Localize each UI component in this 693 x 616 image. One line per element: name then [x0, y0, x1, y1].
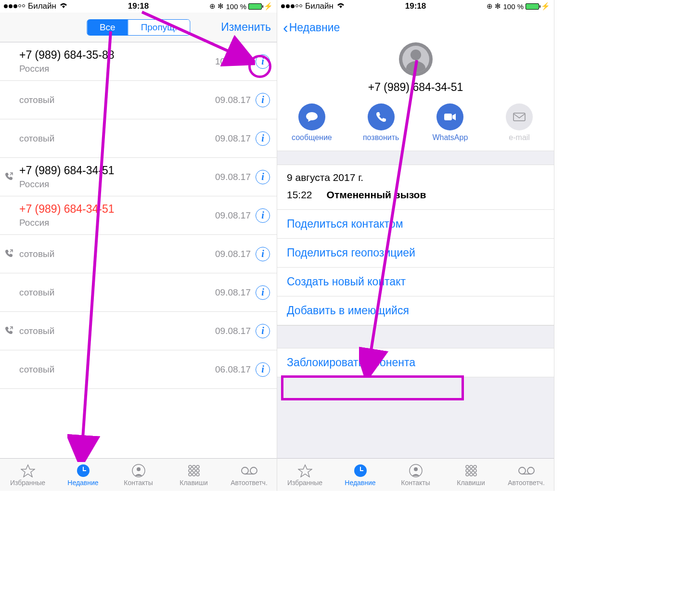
tab-label: Контакты [401, 479, 430, 487]
recents-list[interactable]: +7 (989) 684-35-88Россия10.08.17iсотовый… [0, 42, 277, 458]
call-date: 09.08.17 [215, 287, 251, 298]
tab-label: Избранные [10, 479, 45, 487]
status-bar: Билайн 19:18 ⊕ ✻ 100 % ⚡ [0, 0, 277, 13]
call-date: 09.08.17 [215, 326, 251, 336]
person-icon [132, 463, 145, 478]
share-contact-button[interactable]: Поделиться контактом [277, 210, 554, 239]
call-log-type: Отмененный вызов [327, 189, 426, 201]
call-number: +7 (989) 684-34-51 [19, 164, 215, 177]
tab-keypad[interactable]: Клавиши [166, 459, 221, 491]
call-number: +7 (989) 684-34-51 [19, 203, 215, 216]
back-label: Недавние [289, 21, 340, 34]
svg-point-24 [474, 465, 476, 468]
star-icon [298, 463, 312, 478]
call-date: 09.08.17 [215, 210, 251, 221]
recent-call-row[interactable]: +7 (989) 684-34-51Россия09.08.17i [0, 158, 277, 196]
tab-contacts[interactable]: Контакты [111, 459, 166, 491]
call-date: 09.08.17 [215, 133, 251, 144]
info-button[interactable]: i [256, 362, 270, 377]
action-label: позвонить [363, 133, 399, 142]
recent-call-row[interactable]: +7 (989) 684-34-51Россия09.08.17i [0, 196, 277, 235]
svg-point-8 [196, 469, 199, 472]
keypad-icon [464, 463, 478, 478]
back-button[interactable]: ‹ Недавние [283, 20, 340, 35]
tab-label: Клавиши [180, 479, 207, 487]
call-subtitle: Россия [19, 218, 215, 228]
svg-rect-18 [513, 113, 525, 121]
segment-missed[interactable]: Пропущ. [128, 20, 190, 35]
recent-call-row[interactable]: сотовый09.08.17i [0, 235, 277, 273]
outgoing-call-icon [5, 172, 13, 182]
action-label: сообщение [292, 133, 332, 142]
svg-point-29 [470, 473, 473, 476]
tab-voicemail[interactable]: Автоответч. [221, 459, 277, 491]
call-subtitle: сотовый [19, 364, 215, 375]
svg-point-10 [192, 473, 195, 476]
svg-point-5 [196, 465, 199, 468]
contact-phone-number: +7 (989) 684-34-51 [277, 81, 554, 94]
recent-call-row[interactable]: сотовый06.08.17i [0, 350, 277, 389]
battery-icon [248, 3, 262, 10]
call-date: 09.08.17 [215, 172, 251, 182]
segment-all[interactable]: Все [87, 20, 128, 35]
tab-label: Клавиши [457, 479, 485, 487]
tab-recents[interactable]: Недавние [55, 459, 111, 491]
info-button[interactable]: i [256, 93, 270, 107]
tab-voicemail[interactable]: Автоответч. [499, 459, 554, 491]
status-bar: Билайн 19:18 ⊕ ✻ 100 % ⚡ [277, 0, 554, 13]
add-existing-button[interactable]: Добавить в имеющийся [277, 296, 554, 325]
clock-icon [354, 463, 367, 478]
video-icon [436, 103, 463, 130]
recent-call-row[interactable]: сотовый09.08.17i [0, 312, 277, 350]
action-whatsapp[interactable]: WhatsApp [422, 103, 479, 142]
battery-percent: 100 % [503, 2, 524, 11]
wifi-icon [59, 1, 68, 11]
wifi-icon [336, 1, 345, 11]
svg-point-2 [137, 467, 141, 471]
recent-call-row[interactable]: сотовый09.08.17i [0, 119, 277, 158]
action-email: e-mail [490, 103, 548, 142]
info-button[interactable]: i [256, 208, 270, 223]
svg-point-9 [189, 473, 192, 476]
message-icon [298, 103, 325, 130]
action-call[interactable]: позвонить [352, 103, 410, 142]
tab-label: Недавние [67, 479, 98, 487]
tab-keypad[interactable]: Клавиши [443, 459, 499, 491]
tab-contacts[interactable]: Контакты [388, 459, 443, 491]
call-log-time: 15:22 [287, 189, 312, 201]
info-button[interactable]: i [256, 285, 270, 300]
status-time: 19:18 [128, 1, 149, 11]
recent-call-row[interactable]: сотовый09.08.17i [0, 273, 277, 312]
svg-point-23 [470, 465, 473, 468]
call-subtitle: Россия [19, 179, 215, 190]
svg-point-27 [474, 469, 476, 472]
info-button[interactable]: i [256, 324, 270, 338]
recent-call-row[interactable]: сотовый09.08.17i [0, 81, 277, 119]
action-message[interactable]: сообщение [283, 103, 341, 142]
svg-point-11 [196, 473, 199, 476]
info-button[interactable]: i [256, 131, 270, 146]
tab-recents[interactable]: Недавние [333, 459, 388, 491]
edit-button[interactable]: Изменить [221, 21, 271, 34]
star-icon [21, 463, 35, 478]
call-subtitle: Россия [19, 64, 215, 74]
carrier-label: Билайн [28, 1, 56, 11]
block-caller-button[interactable]: Заблокировать абонента [277, 348, 554, 377]
share-location-button[interactable]: Поделиться геопозицией [277, 239, 554, 268]
tab-bar: Избранные Недавние Контакты Клавиши Авто… [277, 458, 554, 491]
carrier-label: Билайн [305, 1, 334, 11]
tab-label: Автоответч. [231, 479, 268, 487]
call-filter-segmented[interactable]: Все Пропущ. [87, 19, 190, 36]
rotation-lock-icon: ⊕ [209, 2, 216, 11]
info-button[interactable]: i [256, 247, 270, 261]
info-button[interactable]: i [256, 54, 270, 69]
svg-point-32 [527, 467, 534, 474]
tab-favorites[interactable]: Избранные [0, 459, 55, 491]
voicemail-icon [241, 463, 258, 478]
recent-call-row[interactable]: +7 (989) 684-35-88Россия10.08.17i [0, 42, 277, 81]
create-contact-button[interactable]: Создать новый контакт [277, 268, 554, 296]
tab-favorites[interactable]: Избранные [277, 459, 333, 491]
info-button[interactable]: i [256, 170, 270, 184]
email-icon [506, 103, 533, 130]
charging-icon: ⚡ [541, 2, 550, 11]
